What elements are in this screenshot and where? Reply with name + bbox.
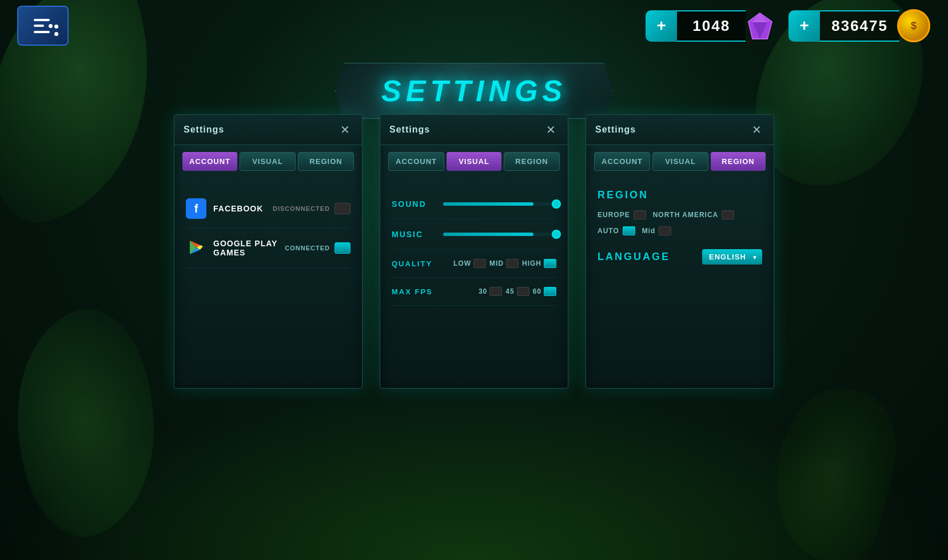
region-section: REGION EUROPE NORTH AMERICA bbox=[598, 189, 762, 235]
gold-value: 836475 bbox=[820, 10, 899, 42]
connected-label: CONNECTED bbox=[285, 245, 330, 251]
menu-button[interactable] bbox=[17, 6, 69, 46]
region-mid: Mid bbox=[642, 226, 672, 235]
mid-label: Mid bbox=[642, 227, 656, 235]
panel-title: Settings bbox=[595, 125, 636, 135]
googleplay-icon bbox=[186, 238, 206, 258]
language-select-wrap: ENGLISH FRENCH GERMAN SPANISH bbox=[702, 249, 762, 265]
fps-60-toggle[interactable] bbox=[544, 287, 556, 296]
ground-glow bbox=[0, 389, 948, 560]
tab-visual[interactable]: Visual bbox=[447, 152, 501, 171]
visual-panel: Settings ✕ Account Visual Region SOUND M… bbox=[380, 114, 568, 389]
googleplay-row: GOOGLE PLAY GAMES CONNECTED bbox=[186, 229, 350, 268]
facebook-label: FACEBOOK bbox=[213, 204, 273, 213]
fps-45-label: 45 bbox=[505, 287, 514, 295]
region-options: EUROPE NORTH AMERICA bbox=[598, 210, 762, 219]
quality-mid-label: MID bbox=[489, 259, 504, 267]
hamburger-icon bbox=[34, 19, 53, 33]
facebook-toggle[interactable] bbox=[334, 203, 350, 214]
tab-bar: Account Visual Region bbox=[586, 145, 774, 178]
currency-group: + 1048 + 836475 $ bbox=[646, 10, 931, 42]
tab-account[interactable]: Account bbox=[388, 152, 444, 171]
tab-bar: Account Visual Region bbox=[174, 145, 362, 178]
close-button[interactable]: ✕ bbox=[543, 122, 559, 138]
tab-region[interactable]: Region bbox=[298, 152, 354, 171]
music-slider[interactable] bbox=[443, 233, 556, 236]
region-panel: Settings ✕ Account Visual Region REGION … bbox=[585, 114, 774, 389]
region-auto: AUTO bbox=[598, 226, 635, 235]
tab-bar: Account Visual Region bbox=[380, 145, 568, 178]
music-label: MUSIC bbox=[392, 230, 437, 239]
na-label: NORTH AMERICA bbox=[653, 211, 719, 219]
gold-currency: + 836475 $ bbox=[788, 10, 931, 42]
tab-visual[interactable]: Visual bbox=[240, 152, 296, 171]
gold-add-button[interactable]: + bbox=[788, 10, 820, 42]
music-row: MUSIC bbox=[392, 219, 556, 250]
region-label: REGION bbox=[598, 189, 762, 201]
auto-toggle[interactable] bbox=[623, 226, 635, 235]
mid-toggle[interactable] bbox=[659, 226, 671, 235]
fps-30-toggle[interactable] bbox=[489, 287, 502, 296]
panel-body: SOUND MUSIC QUALITY LOW bbox=[380, 178, 568, 317]
quality-mid: MID bbox=[489, 259, 519, 268]
sound-slider[interactable] bbox=[443, 202, 556, 206]
quality-high-toggle[interactable] bbox=[544, 259, 556, 268]
sound-label: SOUND bbox=[392, 199, 437, 209]
googleplay-label: GOOGLE PLAY GAMES bbox=[213, 239, 285, 257]
quality-high-label: HIGH bbox=[522, 259, 541, 267]
tab-region[interactable]: Region bbox=[504, 152, 560, 171]
close-button[interactable]: ✕ bbox=[748, 122, 764, 138]
topbar: + 1048 + 836475 $ bbox=[0, 0, 948, 51]
auto-label: AUTO bbox=[598, 227, 619, 235]
fps-choices: 30 45 60 bbox=[447, 287, 556, 296]
page-title: SETTINGS bbox=[381, 74, 567, 108]
panel-header: Settings ✕ bbox=[380, 115, 568, 145]
gem-icon bbox=[743, 9, 777, 43]
gem-value: 1048 bbox=[677, 10, 746, 42]
fps-row: MAX FPS 30 45 60 bbox=[392, 278, 556, 306]
tab-region[interactable]: Region bbox=[711, 152, 766, 171]
panel-header: Settings ✕ bbox=[174, 115, 362, 145]
facebook-row: f FACEBOOK DISCONNECTED bbox=[186, 189, 350, 229]
sound-row: SOUND bbox=[392, 189, 556, 219]
panels-container: Settings ✕ Account Visual Region f FACEB… bbox=[0, 114, 948, 389]
tab-visual[interactable]: Visual bbox=[652, 152, 708, 171]
fps-30: 30 bbox=[479, 287, 502, 296]
page-title-bg: SETTINGS bbox=[335, 63, 613, 119]
region-na: NORTH AMERICA bbox=[653, 210, 735, 219]
panel-header: Settings ✕ bbox=[586, 115, 774, 145]
europe-label: EUROPE bbox=[598, 211, 630, 219]
language-select[interactable]: ENGLISH FRENCH GERMAN SPANISH bbox=[702, 249, 762, 265]
language-section: LANGUAGE ENGLISH FRENCH GERMAN SPANISH bbox=[598, 249, 762, 265]
tab-account[interactable]: Account bbox=[182, 152, 237, 171]
panel-body: f FACEBOOK DISCONNECTED GOOGLE bbox=[174, 178, 362, 279]
fps-45-toggle[interactable] bbox=[517, 287, 529, 296]
fps-30-label: 30 bbox=[479, 287, 487, 295]
page-title-wrap: SETTINGS bbox=[335, 63, 613, 119]
quality-mid-toggle[interactable] bbox=[506, 259, 519, 268]
region-europe: EUROPE bbox=[598, 210, 646, 219]
quality-label: QUALITY bbox=[392, 259, 443, 268]
gold-coin-icon: $ bbox=[897, 9, 931, 43]
language-label: LANGUAGE bbox=[598, 251, 670, 263]
panel-title: Settings bbox=[389, 125, 430, 135]
panel-body: REGION EUROPE NORTH AMERICA bbox=[586, 178, 774, 276]
panel-title: Settings bbox=[184, 125, 224, 135]
quality-low-toggle[interactable] bbox=[473, 259, 486, 268]
tab-account[interactable]: Account bbox=[594, 152, 650, 171]
fps-label: MAX FPS bbox=[392, 287, 443, 296]
europe-toggle[interactable] bbox=[634, 210, 646, 219]
close-button[interactable]: ✕ bbox=[337, 122, 353, 138]
googleplay-status: CONNECTED bbox=[285, 242, 350, 254]
quality-row: QUALITY LOW MID HIGH bbox=[392, 250, 556, 278]
quality-high: HIGH bbox=[522, 259, 556, 268]
disconnected-label: DISCONNECTED bbox=[273, 205, 330, 212]
gem-add-button[interactable]: + bbox=[646, 10, 677, 42]
account-panel: Settings ✕ Account Visual Region f FACEB… bbox=[174, 114, 363, 389]
quality-low: LOW bbox=[453, 259, 486, 268]
quality-choices: LOW MID HIGH bbox=[447, 259, 556, 268]
googleplay-toggle[interactable] bbox=[334, 242, 350, 254]
na-toggle[interactable] bbox=[722, 210, 734, 219]
fps-60-label: 60 bbox=[533, 287, 541, 295]
fps-45: 45 bbox=[505, 287, 529, 296]
